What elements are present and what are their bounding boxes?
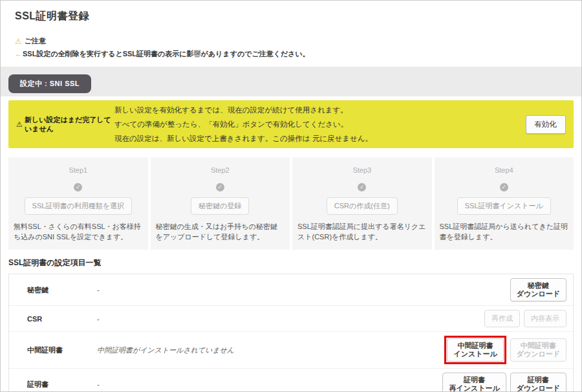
row-label: 証明書 [9, 380, 97, 389]
intermediate-cert-download-button[interactable]: 中間証明書 ダウンロード [510, 338, 566, 362]
button-label-line: 中間証明書 [517, 342, 560, 350]
activate-button[interactable]: 有効化 [526, 115, 566, 134]
check-circle-icon: ✓ [358, 183, 366, 191]
arrow-bullet-icon: ← [15, 50, 22, 58]
private-key-download-button[interactable]: 秘密鍵 ダウンロード [510, 278, 566, 301]
settings-table: 秘密鍵 - 秘密鍵 ダウンロード CSR - 再作成 内容表示 中間証明書 中間… [8, 274, 574, 392]
button-label-line: ダウンロード [517, 350, 560, 358]
button-label-line: ダウンロード [517, 290, 560, 298]
caution-title: ご注意 [25, 36, 46, 46]
row-intermediate-cert: 中間証明書 中間証明書がインストールされていません 中間証明書 インストール 中… [9, 332, 573, 369]
pending-config-alert: ⚠ 新しい設定はまだ完了していません 新しい設定を有効化するまでは、現在の設定が… [8, 100, 574, 148]
step2-description: 秘密鍵の生成・又はお手持ちの秘密鍵をアップロードして登録します。 [155, 221, 286, 242]
alert-title-group: ⚠ 新しい設定はまだ完了していません [16, 115, 114, 134]
step4-description: SSL証明書認証局から送られてきた証明書を登録します。 [438, 221, 570, 242]
steps-strip: Step1 ✓ SSL証明書の利用種類を選択 無料SSL・さくらの有料SSL・お… [8, 157, 574, 250]
button-label-line: 再インストール [449, 384, 499, 392]
settings-heading: SSL証明書の設定項目一覧 [8, 257, 574, 268]
caution-text: SSL設定の全削除を実行するとSSL証明書の表示に影響がありますのでご注意くださ… [23, 50, 310, 58]
alert-title: 新しい設定はまだ完了していません [25, 115, 114, 134]
row-value: - [97, 380, 442, 388]
button-label-line: 証明書 [517, 376, 560, 384]
step-card-3: Step3 ✓ CSRの作成(任意) SSL証明書認証局に提出する署名リクエスト… [292, 157, 432, 250]
alert-warning-icon: ⚠ [16, 120, 23, 129]
check-circle-icon: ✓ [216, 183, 224, 191]
step1-description: 無料SSL・さくらの有料SSL・お客様持ち込みのSNI SSLを設定できます。 [12, 221, 144, 242]
row-value: - [97, 286, 510, 294]
caution-block: ⚠ ご注意 ←SSL設定の全削除を実行するとSSL証明書の表示に影響がありますの… [1, 36, 581, 59]
step1-name: Step1 [12, 166, 144, 174]
page-header: SSL証明書登録 [1, 1, 581, 23]
certificate-download-button[interactable]: 証明書 ダウンロード [510, 373, 566, 392]
step-card-1: Step1 ✓ SSL証明書の利用種類を選択 無料SSL・さくらの有料SSL・お… [8, 157, 148, 250]
certificate-reinstall-button[interactable]: 証明書 再インストール [442, 373, 506, 392]
check-circle-icon: ✓ [500, 183, 508, 191]
alert-line-2: すべての準備が整ったら、「有効化」ボタンで有効化してください。 [114, 117, 519, 131]
row-csr: CSR - 再作成 内容表示 [9, 306, 573, 332]
csr-recreate-button[interactable]: 再作成 [484, 310, 520, 327]
row-label: 中間証明書 [9, 345, 97, 355]
button-label-line: インストール [453, 350, 497, 358]
button-label-line: 秘密鍵 [517, 281, 560, 290]
alert-description: 新しい設定を有効化するまでは、現在の設定が続けて使用されます。 すべての準備が整… [114, 103, 519, 146]
step-card-4: Step4 ✓ SSL証明書インストール SSL証明書認証局から送られてきた証明… [435, 157, 574, 250]
step4-name: Step4 [438, 166, 570, 174]
step3-name: Step3 [296, 166, 428, 174]
row-certificate: 証明書 - 証明書 再インストール 証明書 ダウンロード [9, 369, 573, 392]
step3-action-button[interactable]: CSRの作成(任意) [327, 197, 398, 215]
intermediate-cert-install-button[interactable]: 中間証明書 インストール [447, 338, 503, 362]
page-title: SSL証明書登録 [15, 10, 567, 23]
button-label-line: 中間証明書 [453, 342, 497, 350]
step4-action-button[interactable]: SSL証明書インストール [457, 197, 551, 215]
row-private-key: 秘密鍵 - 秘密鍵 ダウンロード [9, 274, 573, 306]
alert-line-3: 現在の設定は、新しい設定で上書きされます。この操作は 元に戻せません。 [114, 131, 519, 146]
step1-action-button[interactable]: SSL証明書の利用種類を選択 [25, 197, 132, 215]
step-card-2: Step2 ✓ 秘密鍵の登録 秘密鍵の生成・又はお手持ちの秘密鍵をアップロードし… [151, 157, 290, 250]
alert-line-1: 新しい設定を有効化するまでは、現在の設定が続けて使用されます。 [114, 103, 519, 117]
row-label: 秘密鍵 [9, 285, 97, 295]
csr-view-button[interactable]: 内容表示 [524, 310, 566, 327]
status-band: 設定中 : SNI SSL [1, 67, 581, 96]
row-label: CSR [9, 315, 97, 323]
red-highlight-annotation: 中間証明書 インストール [444, 336, 506, 364]
row-value: 中間証明書がインストールされていません [97, 345, 444, 355]
step2-name: Step2 [155, 166, 286, 174]
step3-description: SSL証明書認証局に提出する署名リクエスト(CSR)を作成します。 [296, 221, 428, 242]
check-circle-icon: ✓ [74, 183, 82, 191]
button-label-line: 証明書 [449, 376, 499, 384]
warning-triangle-icon: ⚠ [15, 38, 22, 45]
button-label-line: ダウンロード [517, 384, 560, 392]
current-config-badge[interactable]: 設定中 : SNI SSL [8, 74, 91, 93]
step2-action-button[interactable]: 秘密鍵の登録 [191, 197, 249, 215]
row-value: - [97, 315, 484, 323]
